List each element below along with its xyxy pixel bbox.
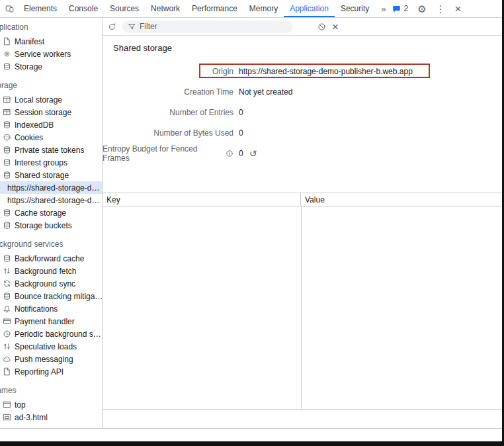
- sidebar-item-ad-3-html[interactable]: ad-3.html: [0, 411, 102, 424]
- metadata-value-text: 0: [239, 149, 243, 158]
- metadata-report: Originhttps://shared-storage-demo-publis…: [103, 56, 504, 163]
- toggle-device-toolbar-icon[interactable]: [5, 5, 14, 13]
- metadata-value-text: 0: [239, 108, 243, 117]
- more-options-icon[interactable]: ⋮: [436, 4, 446, 14]
- sidebar-item-storage-buckets[interactable]: Storage buckets: [0, 219, 102, 232]
- sidebar-item-reporting-api[interactable]: Reporting API: [0, 365, 102, 378]
- sidebar-item-interest-groups[interactable]: Interest groups: [0, 156, 102, 169]
- database-icon: [2, 254, 11, 263]
- sync-icon: [2, 279, 11, 288]
- sidebar-item-background-sync[interactable]: Background sync: [0, 277, 102, 290]
- issues-counter[interactable]: 2: [392, 4, 408, 13]
- column-header-value[interactable]: Value: [301, 193, 504, 206]
- sidebar-item-private-state-tokens[interactable]: Private state tokens: [0, 144, 102, 156]
- more-tabs-button[interactable]: »: [375, 0, 392, 17]
- sidebar-item-label: Background sync: [15, 279, 75, 289]
- tab-network[interactable]: Network: [145, 0, 186, 17]
- delete-all-icon[interactable]: [317, 22, 326, 31]
- sidebar-item-label: Manifest: [15, 37, 44, 46]
- card-icon: [2, 317, 11, 326]
- sidebar-item-notifications[interactable]: Notifications: [0, 302, 102, 315]
- metadata-value-text: https://shared-storage-demo-publisher-b.…: [239, 67, 413, 76]
- frame-icon: [2, 400, 11, 409]
- metadata-label: Creation Time: [103, 87, 239, 97]
- tab-console[interactable]: Console: [63, 0, 104, 17]
- panel-title: Shared storage: [103, 36, 504, 56]
- sidebar-item-storage[interactable]: Storage: [0, 60, 102, 73]
- document-icon: [2, 37, 11, 46]
- metadata-value: https://shared-storage-demo-publisher-b.…: [239, 67, 413, 76]
- sidebar-item-bounce-tracking-mitiga[interactable]: Bounce tracking mitiga…: [0, 290, 102, 302]
- metadata-value: 0: [239, 108, 243, 117]
- sidebar-item-label: Storage buckets: [15, 221, 72, 230]
- metadata-label-text: Number of Bytes Used: [153, 128, 233, 138]
- screen-edge-bottom: [0, 441, 504, 446]
- sidebar-item-top[interactable]: top: [0, 398, 102, 411]
- close-devtools-icon[interactable]: ×: [455, 3, 462, 15]
- metadata-value: Not yet created: [239, 87, 292, 97]
- refresh-icon[interactable]: [108, 22, 116, 31]
- sidebar-item-back-forward-cache[interactable]: Back/forward cache: [0, 252, 102, 265]
- panel-toolbar: ×: [103, 18, 504, 36]
- sidebar-item-local-storage[interactable]: Local storage: [0, 93, 102, 106]
- tab-application[interactable]: Application: [284, 0, 335, 17]
- metadata-label: Number of Entries: [103, 108, 239, 117]
- info-icon[interactable]: [226, 150, 233, 157]
- metadata-value: 0↺: [239, 149, 257, 158]
- sidebar-item-label: Session storage: [15, 108, 71, 117]
- document-icon: [2, 367, 11, 376]
- sidebar-item-label: Interest groups: [15, 158, 67, 167]
- sidebar-item-label: ad-3.html: [15, 413, 48, 422]
- sidebar-item-service-workers[interactable]: Service workers: [0, 48, 102, 60]
- sidebar-item-payment-handler[interactable]: Payment handler: [0, 315, 102, 328]
- database-icon: [2, 158, 11, 167]
- metadata-label-text: Origin: [212, 67, 233, 76]
- sidebar-item-https-shared-storage-d[interactable]: https://shared-storage-d…: [0, 194, 102, 206]
- sidebar-item-manifest[interactable]: Manifest: [0, 35, 102, 48]
- sidebar-item-label: Notifications: [15, 304, 58, 314]
- sidebar-item-label: https://shared-storage-d…: [7, 196, 99, 205]
- bell-icon: [2, 304, 11, 313]
- sidebar-item-background-fetch[interactable]: Background fetch: [0, 265, 102, 277]
- metadata-row-entropy-budget-for-fenced-frames: Entropy Budget for Fenced Frames0↺: [103, 143, 504, 163]
- tab-elements[interactable]: Elements: [18, 0, 63, 17]
- sidebar-item-push-messaging[interactable]: Push messaging: [0, 353, 102, 365]
- metadata-label: Entropy Budget for Fenced Frames: [103, 144, 239, 163]
- sidebar-item-label: IndexedDB: [15, 120, 54, 130]
- metadata-value-text: Not yet created: [239, 87, 292, 97]
- database-icon: [2, 146, 11, 154]
- sidebar-item-label: Background fetch: [15, 267, 76, 276]
- entries-datagrid: KeyValue: [103, 193, 504, 410]
- datagrid-body: [103, 206, 504, 410]
- clock-icon: [2, 330, 11, 338]
- close-icon[interactable]: ×: [332, 21, 339, 32]
- sidebar-item-cookies[interactable]: Cookies: [0, 131, 102, 144]
- cloud-icon: [2, 355, 11, 363]
- filter-box[interactable]: [122, 21, 293, 33]
- filter-input[interactable]: [140, 22, 288, 31]
- issues-count: 2: [403, 4, 408, 13]
- sidebar-item-label: Service workers: [15, 50, 71, 59]
- sidebar-item-shared-storage[interactable]: Shared storage: [0, 169, 102, 181]
- sidebar-item-speculative-loads[interactable]: Speculative loads: [0, 340, 102, 353]
- datagrid-header: KeyValue: [103, 193, 504, 206]
- sidebar-item-indexeddb[interactable]: IndexedDB: [0, 118, 102, 131]
- sidebar-item-session-storage[interactable]: Session storage: [0, 106, 102, 118]
- tab-security[interactable]: Security: [335, 0, 375, 17]
- sidebar-item-label: https://shared-storage-d…: [7, 183, 99, 193]
- column-header-key[interactable]: Key: [103, 193, 301, 206]
- sidebar-item-label: Bounce tracking mitiga…: [15, 292, 102, 301]
- sidebar-item-label: Shared storage: [15, 171, 69, 180]
- reset-budget-icon[interactable]: ↺: [249, 149, 257, 158]
- tab-memory[interactable]: Memory: [243, 0, 284, 17]
- grid-icon: [2, 108, 11, 116]
- sidebar-item-label: Storage: [15, 62, 42, 71]
- tab-performance[interactable]: Performance: [186, 0, 243, 17]
- tab-sources[interactable]: Sources: [104, 0, 145, 17]
- sidebar-item-label: Private state tokens: [15, 146, 84, 155]
- sidebar-item-https-shared-storage-d[interactable]: https://shared-storage-d…: [0, 181, 102, 194]
- database-icon: [2, 62, 11, 71]
- sidebar-item-cache-storage[interactable]: Cache storage: [0, 206, 102, 219]
- sidebar-item-periodic-background-s[interactable]: Periodic background s…: [0, 328, 102, 340]
- settings-gear-icon[interactable]: ⚙: [417, 4, 426, 14]
